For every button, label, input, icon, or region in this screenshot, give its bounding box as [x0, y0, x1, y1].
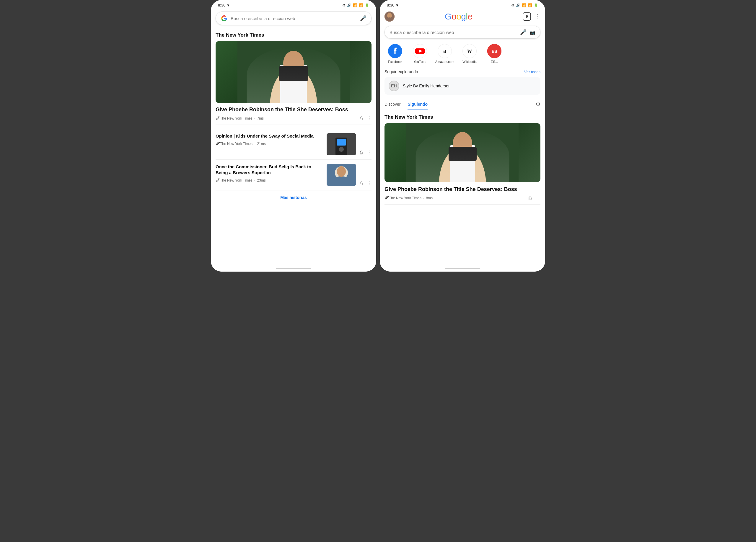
- more-stories-button[interactable]: Más historias: [216, 191, 372, 202]
- article-p2-1-actions: ⎙ ⋮: [529, 195, 540, 201]
- nyt-logo-3: 𝒯: [216, 178, 218, 183]
- phone-2: 8:36 ♥ ⚙ 🔊 📶 📶 🔋 Google 9 ⋮: [380, 0, 545, 271]
- explore-card-emily[interactable]: EH Style By Emily Henderson: [384, 77, 540, 95]
- share-icon-1[interactable]: ⎙: [360, 116, 363, 121]
- article-1-svg: [216, 41, 372, 103]
- svg-rect-29: [450, 145, 475, 182]
- shortcuts-row: Facebook YouTube a Amazon.com: [380, 42, 545, 67]
- google-header: Google 9 ⋮: [380, 9, 545, 23]
- g-letter-6: e: [468, 12, 473, 21]
- volume-icon: 🔊: [347, 3, 351, 7]
- svg-rect-3: [280, 65, 307, 103]
- ver-todos-button[interactable]: Ver todos: [524, 70, 540, 74]
- svg-point-9: [339, 147, 344, 152]
- seguir-title: Seguir explorando: [384, 69, 418, 74]
- avatar-svg: [384, 12, 395, 22]
- g-letter-1: G: [445, 12, 452, 21]
- article-2-image: [327, 133, 356, 155]
- status-time-left: 8:36 ♥: [218, 3, 229, 7]
- article-1-source-name: The New York Times: [220, 116, 252, 121]
- article-p2-1[interactable]: Give Phoebe Robinson the Title She Deser…: [384, 123, 540, 205]
- search-bar-2[interactable]: Busca o escribe la dirección web 🎤 📷: [384, 26, 540, 39]
- time-display: 8:36: [218, 3, 225, 7]
- shortcut-amazon[interactable]: a Amazon.com: [434, 44, 455, 64]
- article-2-source: The New York Times: [220, 142, 252, 146]
- more-icon-1[interactable]: ⋮: [367, 115, 372, 121]
- more-menu-icon[interactable]: ⋮: [535, 13, 540, 20]
- emily-henderson-label: Style By Emily Henderson: [403, 84, 451, 88]
- content-1: The New York Times Give Phoebe Robinson …: [211, 28, 376, 266]
- search-bar-container-2: Busca o escribe la dirección web 🎤 📷: [380, 23, 545, 42]
- youtube-svg: [413, 45, 426, 58]
- article-3-source: The New York Times: [220, 178, 252, 183]
- shortcut-youtube[interactable]: YouTube: [409, 44, 431, 64]
- article-1-source: 𝒯 The New York Times · 7ms: [216, 116, 264, 121]
- signal-icon-2: 📶: [528, 3, 532, 7]
- more-icon-3[interactable]: ⋮: [367, 180, 372, 186]
- mic-icon-1[interactable]: 🎤: [360, 15, 366, 22]
- article-p2-1-svg: [384, 123, 540, 182]
- svg-text:W: W: [467, 48, 472, 54]
- wifi-icon: 📶: [353, 3, 357, 7]
- article-2-title: Opinion | Kids Under the Sway of Social …: [216, 133, 323, 139]
- svg-rect-8: [337, 139, 346, 146]
- article-1[interactable]: Give Phoebe Robinson the Title She Deser…: [216, 41, 372, 125]
- g-letter-2: o: [452, 12, 456, 21]
- tabs-bar: Discover Siguiendo ⚙: [380, 98, 545, 110]
- youtube-shortcut-icon: [413, 44, 427, 58]
- google-g-icon: [221, 15, 228, 22]
- partial-svg: ES: [487, 44, 501, 58]
- shortcut-partial[interactable]: ES ES...: [484, 44, 505, 64]
- more-icon-2[interactable]: ⋮: [367, 150, 372, 155]
- svg-point-28: [439, 147, 486, 182]
- article-1-actions: ⎙ ⋮: [360, 115, 372, 121]
- svg-rect-27: [406, 123, 519, 182]
- emily-henderson-icon: EH: [389, 81, 399, 91]
- article-3-actions: ⎙ ⋮: [360, 180, 372, 186]
- camera-icon-2[interactable]: 📷: [529, 30, 535, 35]
- status-bar-2: 8:36 ♥ ⚙ 🔊 📶 📶 🔋: [380, 0, 545, 9]
- mic-icon-2[interactable]: 🎤: [520, 29, 527, 35]
- svg-rect-31: [449, 147, 477, 161]
- nyt-logo-1: 𝒯: [216, 116, 218, 121]
- shortcut-facebook[interactable]: Facebook: [384, 44, 406, 64]
- tab-siguiendo[interactable]: Siguiendo: [408, 98, 428, 110]
- time-display-2: 8:36: [387, 3, 394, 7]
- article-2-time: 21ms: [257, 142, 265, 146]
- user-avatar[interactable]: [384, 12, 395, 22]
- article-3[interactable]: Once the Commissioner, Bud Selig Is Back…: [216, 160, 372, 191]
- nyt-section-title-2: The New York Times: [384, 114, 540, 120]
- share-icon-p2-1[interactable]: ⎙: [529, 196, 532, 201]
- amazon-svg: a: [438, 45, 451, 58]
- article-1-dot: ·: [254, 116, 255, 121]
- svg-text:ES: ES: [492, 49, 497, 54]
- svg-text:a: a: [443, 48, 446, 54]
- article-3-title: Once the Commissioner, Bud Selig Is Back…: [216, 164, 323, 175]
- home-indicator-2: [380, 266, 545, 271]
- more-icon-p2-1[interactable]: ⋮: [536, 195, 540, 201]
- battery-icon: 🔋: [365, 3, 369, 7]
- partial-label: ES...: [491, 60, 498, 64]
- article-p2-1-image: [384, 123, 540, 182]
- search-bar-1[interactable]: Busca o escribe la dirección web 🎤: [216, 12, 372, 25]
- shortcut-wikipedia[interactable]: W Wikipedia: [459, 44, 480, 64]
- svg-point-4: [283, 51, 304, 76]
- share-icon-3[interactable]: ⎙: [360, 181, 363, 186]
- article-1-title: Give Phoebe Robinson the Title She Deser…: [216, 106, 372, 113]
- status-icons: ⚙ 🔊 📶 📶 🔋: [342, 3, 369, 7]
- article-p2-1-source-name: The New York Times: [389, 196, 421, 200]
- heart-icon: ♥: [227, 3, 229, 7]
- article-2[interactable]: Opinion | Kids Under the Sway of Social …: [216, 129, 372, 160]
- status-bar-1: 8:36 ♥ ⚙ 🔊 📶 📶 🔋: [211, 0, 376, 9]
- tab-discover[interactable]: Discover: [384, 98, 400, 110]
- tabs-count[interactable]: 9: [523, 12, 531, 21]
- search-bar-container-1: Busca o escribe la dirección web 🎤: [211, 9, 376, 28]
- wikipedia-label: Wikipedia: [462, 60, 477, 64]
- g-letter-3: o: [456, 12, 461, 21]
- facebook-svg: [388, 44, 402, 58]
- wifi-icon-2: 📶: [522, 3, 526, 7]
- nyt-logo-2: 𝒯: [216, 141, 218, 147]
- article-p2-1-source: 𝒯 The New York Times · 8ms: [384, 196, 433, 201]
- share-icon-2[interactable]: ⎙: [360, 150, 363, 155]
- feed-settings-icon[interactable]: ⚙: [536, 101, 540, 108]
